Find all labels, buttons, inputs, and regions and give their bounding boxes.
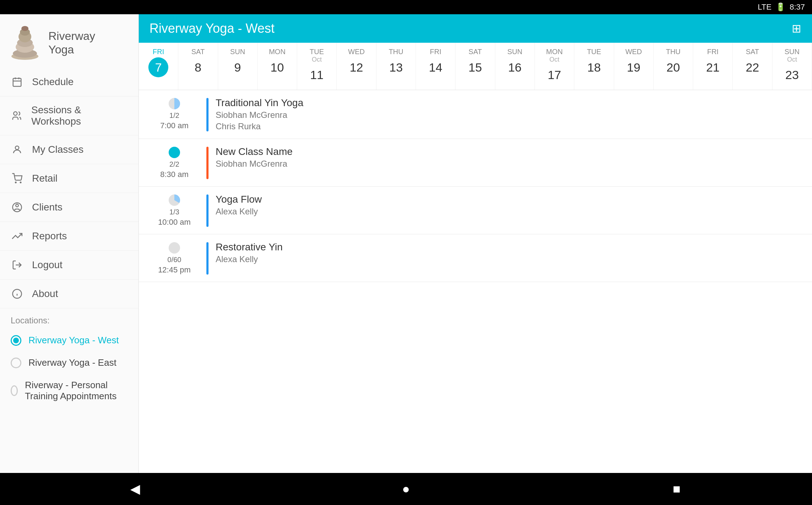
svg-point-14 bbox=[20, 182, 21, 183]
location-radio-west bbox=[11, 335, 21, 346]
nav-item-sessions-workshops[interactable]: Sessions & Workshops bbox=[0, 97, 138, 135]
person-circle-icon bbox=[11, 201, 23, 214]
sidebar: RiverwayYoga Schedule Sessions & Worksho… bbox=[0, 14, 139, 473]
capacity-icon-2 bbox=[168, 194, 181, 207]
svg-point-12 bbox=[15, 146, 19, 150]
status-bar: LTE 🔋 8:37 bbox=[0, 0, 812, 14]
nav-item-retail[interactable]: Retail bbox=[0, 164, 138, 193]
cal-day-17[interactable]: MonOct17 bbox=[535, 43, 574, 90]
trending-up-icon bbox=[11, 230, 23, 243]
time-display: 8:37 bbox=[790, 2, 805, 12]
nav-label-my-classes: My Classes bbox=[32, 144, 84, 155]
cal-day-11[interactable]: TueOct11 bbox=[297, 43, 337, 90]
nav-item-reports[interactable]: Reports bbox=[0, 222, 138, 251]
nav-item-logout[interactable]: Logout bbox=[0, 251, 138, 280]
capacity-icon-1 bbox=[168, 146, 181, 159]
battery-icon: 🔋 bbox=[776, 2, 785, 12]
cal-day-12[interactable]: Wed12 bbox=[337, 43, 376, 90]
location-item-east[interactable]: Riverway Yoga - East bbox=[0, 352, 138, 374]
nav-label-schedule: Schedule bbox=[32, 76, 74, 88]
svg-point-22 bbox=[169, 147, 180, 158]
nav-item-about[interactable]: About bbox=[0, 280, 138, 308]
svg-point-13 bbox=[15, 182, 16, 183]
instructor-3-0: Alexa Kelly bbox=[216, 254, 801, 264]
cart-icon bbox=[11, 172, 23, 185]
svg-point-6 bbox=[21, 26, 28, 31]
schedule-bar-2 bbox=[206, 194, 209, 227]
nav-label-retail: Retail bbox=[32, 173, 58, 184]
cal-day-16[interactable]: Sun16 bbox=[495, 43, 535, 90]
recent-button[interactable]: ■ bbox=[666, 478, 687, 500]
schedule-item-1[interactable]: 2/28:30 amNew Class NameSiobhan McGrenra bbox=[139, 139, 812, 187]
network-indicator: LTE bbox=[758, 2, 771, 12]
class-name-3: Restorative Yin bbox=[216, 241, 801, 253]
cal-day-9[interactable]: Sun9 bbox=[218, 43, 258, 90]
instructor-2-0: Alexa Kelly bbox=[216, 207, 801, 217]
header-title: Riverway Yoga - West bbox=[149, 21, 275, 36]
svg-rect-7 bbox=[13, 78, 21, 87]
back-button[interactable]: ◀ bbox=[125, 478, 146, 500]
location-radio-east bbox=[11, 358, 21, 368]
nav-label-logout: Logout bbox=[32, 259, 63, 271]
logout-icon bbox=[11, 259, 23, 271]
capacity-icon-3 bbox=[168, 241, 181, 254]
nav-label-reports: Reports bbox=[32, 230, 67, 242]
class-name-1: New Class Name bbox=[216, 146, 801, 157]
status-icons: LTE 🔋 8:37 bbox=[758, 2, 805, 12]
cal-day-8[interactable]: Sat8 bbox=[178, 43, 218, 90]
locations-label: Locations: bbox=[0, 308, 138, 329]
cal-day-21[interactable]: Fri21 bbox=[693, 43, 733, 90]
schedule-list: 1/27:00 amTraditional Yin YogaSiobhan Mc… bbox=[139, 90, 812, 473]
bottom-bar: ◀ ● ■ bbox=[0, 473, 812, 505]
instructor-1-0: Siobhan McGrenra bbox=[216, 159, 801, 169]
cal-day-20[interactable]: Thu20 bbox=[654, 43, 693, 90]
nav-label-clients: Clients bbox=[32, 202, 63, 213]
class-name-0: Traditional Yin Yoga bbox=[216, 97, 801, 109]
schedule-item-3[interactable]: 0/6012:45 pmRestorative YinAlexa Kelly bbox=[139, 234, 812, 282]
logo-image bbox=[7, 25, 43, 61]
nav-item-clients[interactable]: Clients bbox=[0, 193, 138, 222]
instructor-0-0: Siobhan McGrenra bbox=[216, 110, 801, 120]
nav-label-sessions: Sessions & Workshops bbox=[31, 104, 128, 127]
cal-day-10[interactable]: Mon10 bbox=[258, 43, 297, 90]
class-name-2: Yoga Flow bbox=[216, 194, 801, 205]
cal-day-23[interactable]: SunOct23 bbox=[773, 43, 812, 90]
capacity-icon-0 bbox=[168, 97, 181, 110]
cal-day-22[interactable]: Sat22 bbox=[733, 43, 772, 90]
schedule-item-0[interactable]: 1/27:00 amTraditional Yin YogaSiobhan Mc… bbox=[139, 90, 812, 139]
svg-point-11 bbox=[14, 112, 17, 115]
location-label-east: Riverway Yoga - East bbox=[28, 357, 116, 368]
info-icon bbox=[11, 287, 23, 300]
schedule-bar-0 bbox=[206, 98, 209, 131]
app-body: RiverwayYoga Schedule Sessions & Worksho… bbox=[0, 14, 812, 473]
nav-item-my-classes[interactable]: My Classes bbox=[0, 135, 138, 164]
cal-day-15[interactable]: Sat15 bbox=[455, 43, 495, 90]
cal-day-14[interactable]: Fri14 bbox=[416, 43, 455, 90]
cal-day-7[interactable]: Fri7 bbox=[139, 43, 178, 90]
schedule-item-2[interactable]: 1/310:00 amYoga FlowAlexa Kelly bbox=[139, 187, 812, 234]
logo-text: RiverwayYoga bbox=[48, 29, 95, 57]
people-icon bbox=[11, 109, 23, 122]
location-label-personal: Riverway - Personal Training Appointment… bbox=[25, 380, 128, 402]
cal-day-18[interactable]: Tue18 bbox=[574, 43, 614, 90]
location-radio-personal bbox=[11, 385, 18, 396]
location-label-west: Riverway Yoga - West bbox=[28, 335, 119, 346]
location-item-west[interactable]: Riverway Yoga - West bbox=[0, 329, 138, 352]
calendar-strip: Fri7Sat8Sun9Mon10TueOct11Wed12Thu13Fri14… bbox=[139, 43, 812, 90]
sidebar-logo: RiverwayYoga bbox=[0, 14, 138, 68]
svg-point-24 bbox=[169, 242, 180, 254]
cal-day-19[interactable]: Wed19 bbox=[614, 43, 654, 90]
home-button[interactable]: ● bbox=[395, 478, 417, 500]
schedule-bar-1 bbox=[206, 147, 209, 179]
main-content: Riverway Yoga - West ⊞ Fri7Sat8Sun9Mon10… bbox=[139, 14, 812, 473]
grid-icon[interactable]: ⊞ bbox=[792, 22, 801, 35]
location-item-personal[interactable]: Riverway - Personal Training Appointment… bbox=[0, 374, 138, 407]
nav-label-about: About bbox=[32, 288, 58, 300]
calendar-icon bbox=[11, 76, 23, 88]
main-header: Riverway Yoga - West ⊞ bbox=[139, 14, 812, 43]
cal-day-13[interactable]: Thu13 bbox=[376, 43, 416, 90]
person-icon bbox=[11, 143, 23, 156]
schedule-bar-3 bbox=[206, 242, 209, 275]
instructor-0-1: Chris Rurka bbox=[216, 121, 801, 131]
nav-item-schedule[interactable]: Schedule bbox=[0, 68, 138, 97]
